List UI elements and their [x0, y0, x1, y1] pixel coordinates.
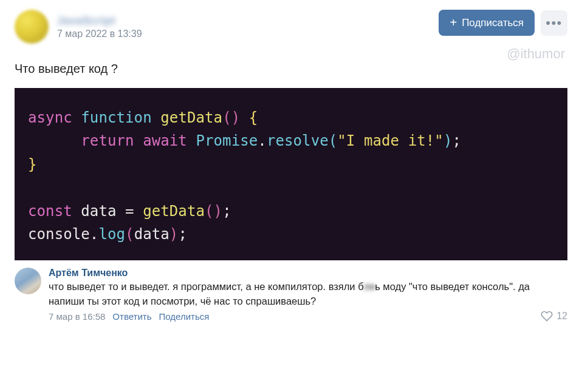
code-token: const: [28, 203, 72, 220]
code-token: data: [134, 226, 169, 243]
code-token: ;: [222, 203, 231, 220]
comment-content: Артём Тимченко что выведет то и выведет.…: [49, 268, 567, 322]
post-header-actions: + Подписаться •••: [439, 10, 567, 36]
comment-reply-button[interactable]: Ответить: [112, 311, 151, 322]
like-count: 12: [556, 311, 567, 322]
comment-date: 7 мар в 16:58: [49, 311, 105, 322]
code-token: getData: [160, 109, 222, 126]
dots-icon: •••: [546, 15, 563, 31]
code-token: ): [443, 132, 453, 149]
code-token: await: [143, 132, 187, 149]
code-token: resolve: [267, 132, 329, 149]
code-token: data: [81, 203, 116, 220]
comment-avatar[interactable]: [15, 268, 41, 294]
code-token: Promise: [196, 132, 258, 149]
code-token: {: [240, 109, 258, 126]
subscribe-label: Подписаться: [462, 17, 524, 29]
comment-text-part: что выведет то и выведет. я программист,…: [49, 281, 364, 292]
code-token: async: [28, 109, 72, 126]
post-header: JavaScript 7 мар 2022 в 13:39 + Подписат…: [15, 10, 567, 44]
group-avatar[interactable]: [15, 10, 49, 44]
comment-author[interactable]: Артём Тимченко: [49, 268, 567, 279]
comment-share-button[interactable]: Поделиться: [159, 311, 209, 322]
comment-actions: 7 мар в 16:58 Ответить Поделиться: [49, 311, 209, 322]
code-token: ): [169, 226, 179, 243]
comment: Артём Тимченко что выведет то и выведет.…: [15, 268, 567, 328]
comment-footer: 7 мар в 16:58 Ответить Поделиться 12: [49, 310, 567, 322]
code-image[interactable]: async function getData() { return await …: [15, 88, 567, 260]
code-token: .: [258, 132, 267, 149]
group-name[interactable]: JavaScript: [57, 15, 142, 27]
comment-like-button[interactable]: 12: [541, 310, 567, 322]
code-token: }: [28, 156, 37, 173]
code-token: return: [81, 132, 134, 149]
code-token: (): [222, 109, 240, 126]
code-token: function: [81, 109, 151, 126]
code-token: =: [117, 203, 143, 220]
post-date[interactable]: 7 мар 2022 в 13:39: [57, 29, 142, 39]
post-header-left: JavaScript 7 мар 2022 в 13:39: [15, 10, 142, 44]
code-token: console: [28, 226, 90, 243]
comment-text-censored: ля: [364, 280, 375, 294]
code-token: ;: [452, 132, 461, 149]
more-button[interactable]: •••: [541, 10, 567, 36]
plus-icon: +: [450, 16, 457, 30]
code-token: (: [125, 226, 134, 243]
subscribe-button[interactable]: + Подписаться: [439, 10, 535, 36]
code-token: getData: [143, 203, 205, 220]
post-meta: JavaScript 7 мар 2022 в 13:39: [57, 15, 142, 39]
code-token: "I made it!": [337, 132, 443, 149]
heart-icon: [541, 310, 553, 322]
post-text: Что выведет код ?: [15, 62, 567, 76]
code-token: .: [90, 226, 99, 243]
code-token: log: [98, 226, 125, 243]
code-token: ;: [178, 226, 187, 243]
code-token: (: [329, 132, 338, 149]
code-token: (): [205, 203, 222, 220]
comment-text: что выведет то и выведет. я программист,…: [49, 280, 567, 308]
watermark: @ithumor: [507, 46, 565, 62]
